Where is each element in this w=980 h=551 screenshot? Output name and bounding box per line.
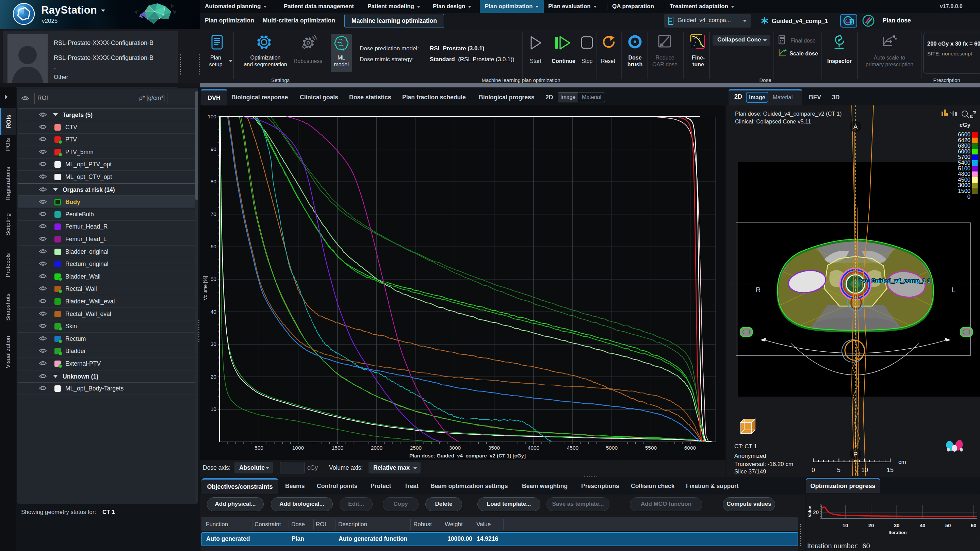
svg-text:6300: 6300 — [958, 143, 970, 149]
svg-text:90: 90 — [211, 146, 217, 152]
svg-text:10: 10 — [861, 467, 868, 473]
svg-text:5000: 5000 — [606, 445, 618, 451]
svg-text:5: 5 — [837, 467, 840, 473]
svg-text:2500: 2500 — [410, 445, 422, 451]
svg-text:Slice 37/149: Slice 37/149 — [734, 468, 766, 475]
svg-text:cGy: cGy — [959, 122, 971, 128]
svg-text:2000: 2000 — [371, 445, 383, 451]
svg-text:60: 60 — [971, 522, 977, 528]
svg-text:L: L — [952, 286, 956, 294]
svg-text:Plan dose: Guided_v4_compare_v: Plan dose: Guided_v4_compare_v2 (CT 1) [… — [409, 453, 526, 459]
svg-text:0: 0 — [967, 194, 970, 200]
svg-text:50: 50 — [945, 522, 951, 528]
svg-text:Transversal: -16.20 cm: Transversal: -16.20 cm — [734, 461, 793, 467]
svg-text:3500: 3500 — [488, 445, 500, 451]
svg-text:Iteration: Iteration — [888, 530, 907, 535]
svg-text:20: 20 — [869, 522, 874, 528]
svg-text:R: R — [756, 286, 760, 294]
svg-text:Plan dose: Guided_v4_compare_v: Plan dose: Guided_v4_compare_v2 (CT 1) — [735, 111, 842, 117]
svg-text:6000: 6000 — [684, 445, 696, 451]
svg-text:80: 80 — [211, 179, 217, 184]
svg-text:Value: Value — [807, 506, 812, 517]
svg-text:70: 70 — [211, 211, 217, 217]
svg-text:5700: 5700 — [958, 154, 970, 160]
svg-text:P: P — [853, 451, 858, 458]
svg-text:Clinical: Collapsed Cone v5.11: Clinical: Collapsed Cone v5.11 — [735, 118, 811, 124]
svg-text:60: 60 — [211, 243, 217, 249]
svg-text:1500: 1500 — [332, 445, 344, 451]
svg-text:6600: 6600 — [958, 131, 970, 137]
svg-text:x: x — [895, 37, 897, 41]
svg-text:10: 10 — [211, 406, 217, 412]
svg-text:3000: 3000 — [958, 182, 970, 188]
svg-text:CT: CT 1: CT: CT 1 — [734, 443, 757, 449]
svg-text:50: 50 — [211, 276, 217, 282]
svg-text:20: 20 — [813, 509, 819, 515]
svg-text:30: 30 — [211, 341, 217, 347]
svg-text:4500: 4500 — [567, 445, 579, 451]
svg-text:4000: 4000 — [528, 445, 540, 451]
svg-text:40: 40 — [211, 309, 217, 314]
svg-text:cm: cm — [898, 459, 906, 465]
svg-text:15: 15 — [887, 467, 894, 473]
svg-text:Iso: Guided_v4_comp_1 1: Iso: Guided_v4_comp_1 1 — [859, 278, 931, 284]
svg-text:500: 500 — [255, 445, 263, 451]
svg-text:1500: 1500 — [958, 188, 970, 194]
svg-text:4800: 4800 — [958, 171, 970, 177]
svg-text:0: 0 — [811, 467, 815, 473]
svg-text:30: 30 — [894, 522, 900, 528]
svg-text:5400: 5400 — [958, 159, 970, 166]
svg-text:5500: 5500 — [645, 445, 657, 451]
svg-text:10: 10 — [843, 522, 848, 528]
svg-text:100: 100 — [208, 114, 216, 119]
svg-text:A: A — [853, 123, 858, 130]
svg-text:40: 40 — [920, 522, 926, 528]
svg-text:Anonymized: Anonymized — [734, 453, 766, 459]
svg-text:3000: 3000 — [449, 445, 461, 451]
svg-text:1000: 1000 — [292, 445, 304, 451]
svg-text:20: 20 — [211, 374, 217, 380]
svg-text:Volume [%]: Volume [%] — [202, 276, 208, 300]
